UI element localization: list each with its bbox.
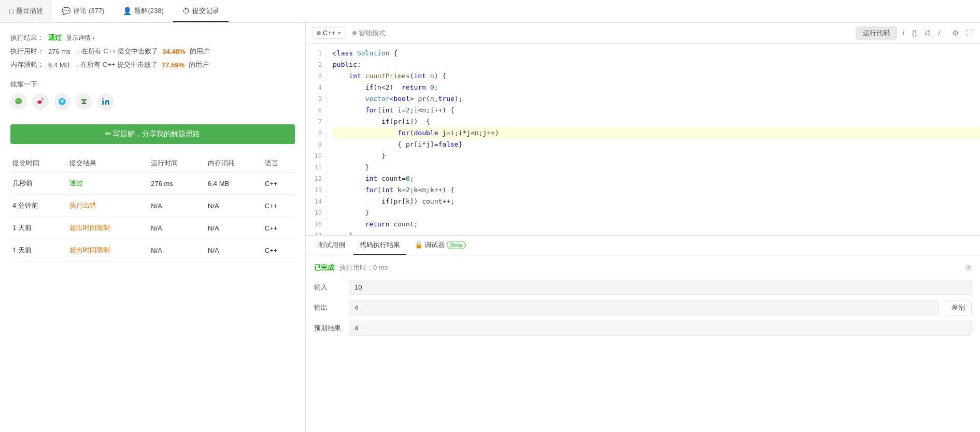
row-time: 1 天前 bbox=[10, 217, 67, 239]
line-number: 1 bbox=[306, 48, 326, 59]
code-lines: 123456789101112131415161718 class Soluti… bbox=[306, 44, 980, 235]
row-time: 4 分钟前 bbox=[10, 195, 67, 217]
line-number: 14 bbox=[306, 196, 326, 207]
line-number: 5 bbox=[306, 93, 326, 105]
write-solution-button[interactable]: ✏ 写题解，分享我的解题思路 bbox=[10, 124, 295, 144]
line-numbers: 123456789101112131415161718 bbox=[306, 44, 326, 235]
expected-row: 预期结果 4 bbox=[314, 321, 972, 336]
table-row[interactable]: 1 天前 超出时间限制 N/A N/A C++ bbox=[10, 239, 295, 262]
description-icon: □ bbox=[9, 7, 13, 15]
run-code-button[interactable]: 运行代码 bbox=[856, 26, 897, 40]
code-line: int countPrimes(int n) { bbox=[333, 70, 980, 82]
mem-row: 内存消耗： 6.4 MB ，在所有 C++ 提交中击败了 77.59% 的用户 bbox=[10, 60, 295, 69]
row-memory: N/A bbox=[206, 239, 263, 262]
tab-exec-result[interactable]: 代码执行结果 bbox=[353, 236, 406, 255]
table-row[interactable]: 几秒前 通过 276 ms 6.4 MB C++ bbox=[10, 172, 295, 195]
row-lang: C++ bbox=[263, 217, 295, 239]
row-memory: 6.4 MB bbox=[206, 172, 263, 195]
code-line: for(int k=2;k<n;k++) { bbox=[333, 184, 980, 196]
row-time: 几秒前 bbox=[10, 172, 67, 195]
row-result[interactable]: 通过 bbox=[67, 172, 149, 195]
tab-description[interactable]: □ 题目描述 bbox=[0, 0, 52, 22]
settings-icon[interactable]: ⚙ bbox=[952, 28, 959, 38]
console-icon[interactable]: /_ bbox=[938, 28, 945, 37]
details-link[interactable]: 显示详情 › bbox=[66, 34, 94, 42]
wechat-icon[interactable] bbox=[10, 93, 27, 110]
line-number: 12 bbox=[306, 173, 326, 184]
code-editor[interactable]: 123456789101112131415161718 class Soluti… bbox=[306, 44, 980, 235]
code-line: int count=0; bbox=[333, 173, 980, 184]
line-number: 2 bbox=[306, 59, 326, 70]
linkedin-icon[interactable] bbox=[97, 93, 114, 110]
language-selector[interactable]: C++ ▾ bbox=[312, 27, 345, 39]
mem-desc: ，在所有 C++ 提交中击败了 bbox=[74, 60, 158, 69]
language-label: C++ bbox=[323, 29, 336, 37]
tab-debugger[interactable]: 🔒 调试器 Beta bbox=[408, 236, 472, 255]
output-row: 输出 4 差别 bbox=[314, 300, 972, 315]
tab-solutions[interactable]: 👤 题解(238) bbox=[113, 0, 173, 22]
code-line: for(int i=2;i<n;i++) { bbox=[333, 105, 980, 116]
time-row: 执行用时： 276 ms ，在所有 C++ 提交中击败了 34.48% 的用户 bbox=[10, 47, 295, 56]
table-row[interactable]: 4 分钟前 执行出错 N/A N/A C++ bbox=[10, 195, 295, 217]
row-time: 1 天前 bbox=[10, 239, 67, 262]
editor-icons: i {} ↺ /_ ⚙ ⛶ bbox=[902, 28, 974, 38]
info-icon[interactable]: i bbox=[902, 28, 904, 37]
col-result: 提交结果 bbox=[67, 154, 149, 172]
social-icons bbox=[10, 93, 295, 110]
input-row: 输入 10 bbox=[314, 280, 972, 295]
mem-value: 6.4 MB bbox=[48, 61, 69, 69]
left-panel: 执行结果： 通过 显示详情 › 执行用时： 276 ms ，在所有 C++ 提交… bbox=[0, 23, 306, 432]
tab-comments[interactable]: 💬 评论 (377) bbox=[52, 0, 113, 22]
expand-icon[interactable]: ⊕ bbox=[965, 263, 972, 272]
output-label: 输出 bbox=[314, 303, 343, 312]
code-line: { pr[i*j]=false} bbox=[333, 139, 980, 150]
input-value: 10 bbox=[349, 280, 972, 295]
comment-icon: 💬 bbox=[62, 7, 70, 15]
code-line: class Solution { bbox=[333, 48, 980, 59]
mem-suffix: 的用户 bbox=[189, 60, 209, 69]
result-value: 通过 bbox=[48, 33, 62, 42]
tab-submissions[interactable]: ⏱ 提交记录 bbox=[173, 0, 229, 22]
code-line: } bbox=[333, 207, 980, 219]
code-line: } bbox=[333, 230, 980, 235]
bottom-panel: 测试用例 代码执行结果 🔒 调试器 Beta 已完成 执行用时：0 ms ⊕ bbox=[306, 235, 980, 348]
mem-label: 内存消耗： bbox=[10, 60, 44, 69]
code-content: class Solution {public: int countPrimes(… bbox=[326, 44, 980, 235]
qq-icon[interactable] bbox=[54, 93, 70, 110]
code-line: vector<bool> pr(n,true); bbox=[333, 93, 980, 105]
expected-value: 4 bbox=[349, 321, 972, 336]
row-result[interactable]: 执行出错 bbox=[67, 195, 149, 217]
time-desc: ，在所有 C++ 提交中击败了 bbox=[75, 47, 159, 56]
diff-button[interactable]: 差别 bbox=[945, 300, 972, 315]
reset-icon[interactable]: ↺ bbox=[924, 28, 931, 38]
exec-time: 执行用时：0 ms bbox=[339, 263, 388, 272]
line-number: 3 bbox=[306, 70, 326, 82]
format-icon[interactable]: {} bbox=[912, 28, 917, 37]
smart-mode: 智能模式 bbox=[352, 28, 386, 38]
input-label: 输入 bbox=[314, 283, 343, 292]
row-result[interactable]: 超出时间限制 bbox=[67, 239, 149, 262]
col-runtime: 运行时间 bbox=[149, 154, 206, 172]
line-number: 15 bbox=[306, 207, 326, 219]
line-number: 9 bbox=[306, 139, 326, 150]
douban-icon[interactable] bbox=[76, 93, 92, 110]
fullscreen-icon[interactable]: ⛶ bbox=[966, 28, 974, 37]
code-line: return count; bbox=[333, 219, 980, 230]
execution-result-section: 执行结果： 通过 显示详情 › 执行用时： 276 ms ，在所有 C++ 提交… bbox=[10, 33, 295, 74]
row-runtime: N/A bbox=[149, 239, 206, 262]
row-runtime: N/A bbox=[149, 195, 206, 217]
line-number: 8 bbox=[306, 127, 326, 139]
mem-percent: 77.59% bbox=[162, 61, 184, 69]
editor-topbar: C++ ▾ 智能模式 运行代码 i {} ↺ /_ ⚙ ⛶ bbox=[306, 23, 980, 44]
time-value: 276 ms bbox=[48, 48, 70, 55]
weibo-icon[interactable] bbox=[32, 93, 49, 110]
share-label: 炫耀一下: bbox=[10, 80, 295, 89]
table-row[interactable]: 1 天前 超出时间限制 N/A N/A C++ bbox=[10, 217, 295, 239]
completed-row: 已完成 执行用时：0 ms ⊕ bbox=[314, 263, 972, 272]
col-lang: 语言 bbox=[263, 154, 295, 172]
line-number: 16 bbox=[306, 219, 326, 230]
row-result[interactable]: 超出时间限制 bbox=[67, 217, 149, 239]
code-line: if(n<2) return 0; bbox=[333, 82, 980, 93]
tab-testcase[interactable]: 测试用例 bbox=[312, 236, 351, 255]
col-time: 提交时间 bbox=[10, 154, 67, 172]
